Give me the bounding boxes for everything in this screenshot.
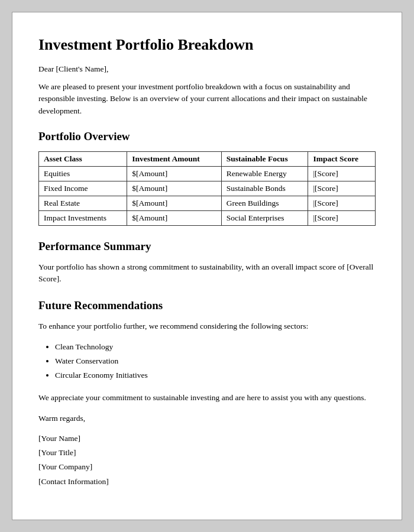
table-row: Fixed Income $[Amount] Sustainable Bonds… <box>39 181 376 196</box>
signature-company: [Your Company] <box>38 460 376 474</box>
cell-score-3: |[Score] <box>308 196 376 210</box>
cell-amount-2: $[Amount] <box>127 181 221 196</box>
list-item: Circular Economy Initiatives <box>55 368 376 382</box>
col-header-impact-score: Impact Score <box>308 151 376 166</box>
cell-asset-class-3: Real Estate <box>39 196 127 210</box>
intro-paragraph: We are pleased to present your investmen… <box>38 81 376 117</box>
cell-focus-4: Social Enterprises <box>221 210 308 225</box>
list-item: Water Conservation <box>55 354 376 368</box>
list-item: Clean Technology <box>55 340 376 354</box>
cell-asset-class-4: Impact Investments <box>39 210 127 225</box>
table-row: Equities $[Amount] Renewable Energy |[Sc… <box>39 166 376 181</box>
cell-score-2: |[Score] <box>308 181 376 196</box>
signature-title: [Your Title] <box>38 446 376 460</box>
future-recommendations-heading: Future Recommendations <box>38 299 376 312</box>
cell-focus-2: Sustainable Bonds <box>221 181 308 196</box>
performance-summary-heading: Performance Summary <box>38 240 376 253</box>
cell-focus-3: Green Buildings <box>221 196 308 210</box>
cell-score-1: |[Score] <box>308 166 376 181</box>
col-header-sustainable-focus: Sustainable Focus <box>221 151 308 166</box>
closing-text: We appreciate your commitment to sustain… <box>38 392 376 404</box>
portfolio-table: Asset Class Investment Amount Sustainabl… <box>38 151 376 226</box>
signature-name: [Your Name] <box>38 432 376 446</box>
cell-amount-3: $[Amount] <box>127 196 221 210</box>
signature-contact: [Contact Information] <box>38 475 376 489</box>
cell-amount-4: $[Amount] <box>127 210 221 225</box>
recommendations-intro: To enhance your portfolio further, we re… <box>38 320 376 332</box>
cell-score-4: |[Score] <box>308 210 376 225</box>
cell-asset-class-2: Fixed Income <box>39 181 127 196</box>
cell-amount-1: $[Amount] <box>127 166 221 181</box>
salutation: Dear [Client's Name], <box>38 64 376 74</box>
signature-block: [Your Name] [Your Title] [Your Company] … <box>38 432 376 489</box>
page-title: Investment Portfolio Breakdown <box>38 36 376 54</box>
cell-asset-class-1: Equities <box>39 166 127 181</box>
cell-focus-1: Renewable Energy <box>221 166 308 181</box>
performance-text: Your portfolio has shown a strong commit… <box>38 261 376 286</box>
portfolio-overview-heading: Portfolio Overview <box>38 130 376 143</box>
col-header-investment-amount: Investment Amount <box>127 151 221 166</box>
warm-regards: Warm regards, <box>38 414 376 423</box>
table-row: Real Estate $[Amount] Green Buildings |[… <box>39 196 376 210</box>
col-header-asset-class: Asset Class <box>39 151 127 166</box>
recommendations-list: Clean Technology Water Conservation Circ… <box>55 340 376 383</box>
table-row: Impact Investments $[Amount] Social Ente… <box>39 210 376 225</box>
document-page: Investment Portfolio Breakdown Dear [Cli… <box>12 12 402 520</box>
